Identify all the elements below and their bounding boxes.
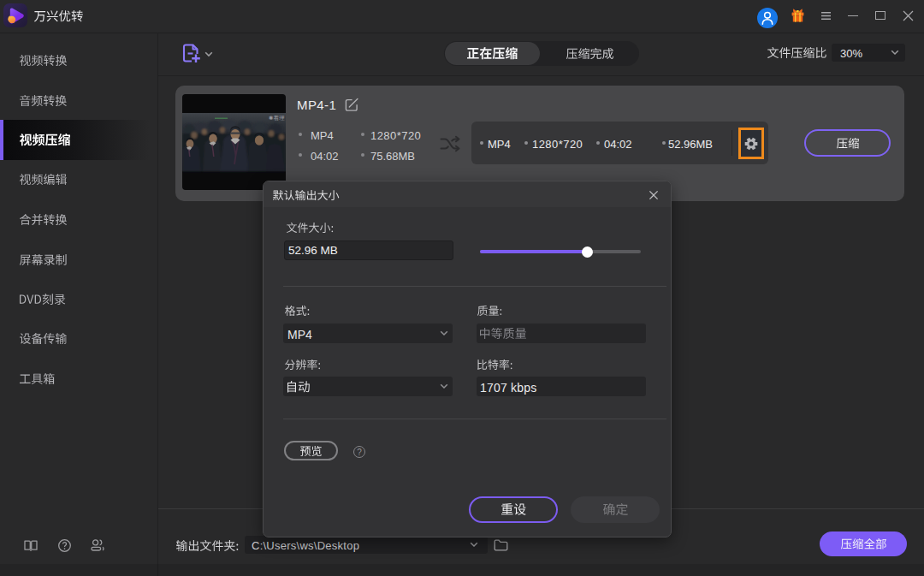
svg-text:✺看理: ✺看理 xyxy=(269,115,285,122)
svg-text:▬▬▬: ▬▬▬ xyxy=(215,115,228,120)
